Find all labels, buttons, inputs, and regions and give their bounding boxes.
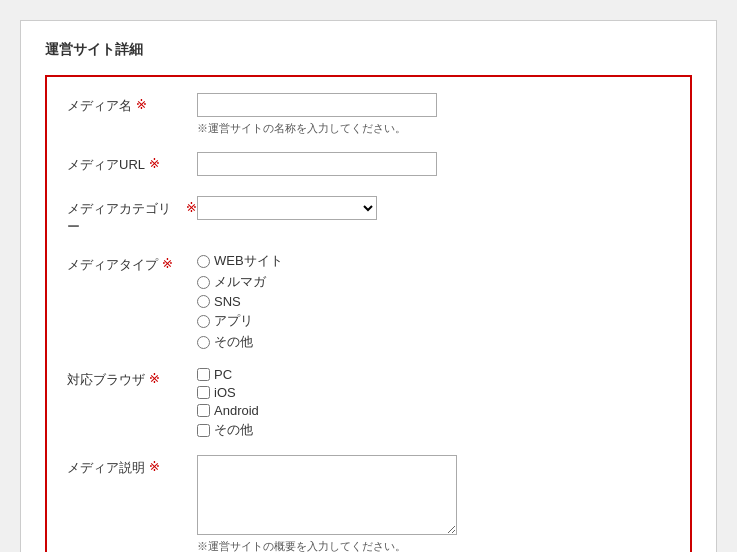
media-name-field: ※運営サイトの名称を入力してください。 [197,93,670,136]
media-url-input[interactable] [197,152,437,176]
page-title: 運営サイト詳細 [45,41,692,59]
media-name-input[interactable] [197,93,437,117]
browser-field: PC iOS Android その他 [197,367,670,439]
media-type-row: メディアタイプ ※ WEBサイト メルマガ SNS [67,252,670,351]
media-type-label: メディアタイプ ※ [67,252,197,274]
browser-other[interactable]: その他 [197,421,670,439]
media-name-row: メディア名 ※ ※運営サイトの名称を入力してください。 [67,93,670,136]
browser-label: 対応ブラウザ ※ [67,367,197,389]
media-url-field [197,152,670,176]
media-type-field: WEBサイト メルマガ SNS アプリ [197,252,670,351]
media-name-hint: ※運営サイトの名称を入力してください。 [197,121,670,136]
browser-pc-checkbox[interactable] [197,368,210,381]
media-type-app-radio[interactable] [197,315,210,328]
browser-android-checkbox[interactable] [197,404,210,417]
media-type-mailmag-radio[interactable] [197,276,210,289]
media-category-row: メディアカテゴリー ※ [67,196,670,236]
media-category-label: メディアカテゴリー ※ [67,196,197,236]
media-type-sns-radio[interactable] [197,295,210,308]
browser-android[interactable]: Android [197,403,670,418]
media-type-website[interactable]: WEBサイト [197,252,670,270]
media-category-select[interactable] [197,196,377,220]
media-category-field [197,196,670,220]
media-desc-textarea[interactable] [197,455,457,535]
media-type-other[interactable]: その他 [197,333,670,351]
media-type-sns[interactable]: SNS [197,294,670,309]
browser-row: 対応ブラウザ ※ PC iOS Android [67,367,670,439]
media-url-label: メディアURL ※ [67,152,197,174]
media-name-label: メディア名 ※ [67,93,197,115]
media-type-mailmag[interactable]: メルマガ [197,273,670,291]
media-type-website-radio[interactable] [197,255,210,268]
browser-pc[interactable]: PC [197,367,670,382]
media-url-row: メディアURL ※ [67,152,670,180]
page-container: 運営サイト詳細 メディア名 ※ ※運営サイトの名称を入力してください。 メディア… [20,20,717,552]
media-desc-row: メディア説明 ※ ※運営サイトの概要を入力してください。 [67,455,670,552]
media-desc-hint: ※運営サイトの概要を入力してください。 [197,539,670,552]
media-type-app[interactable]: アプリ [197,312,670,330]
media-type-other-radio[interactable] [197,336,210,349]
media-desc-label: メディア説明 ※ [67,455,197,477]
browser-ios[interactable]: iOS [197,385,670,400]
browser-other-checkbox[interactable] [197,424,210,437]
media-desc-field: ※運営サイトの概要を入力してください。 [197,455,670,552]
media-type-radio-group: WEBサイト メルマガ SNS アプリ [197,252,670,351]
browser-ios-checkbox[interactable] [197,386,210,399]
site-detail-section: メディア名 ※ ※運営サイトの名称を入力してください。 メディアURL ※ メデ… [45,75,692,552]
browser-checkbox-group: PC iOS Android その他 [197,367,670,439]
